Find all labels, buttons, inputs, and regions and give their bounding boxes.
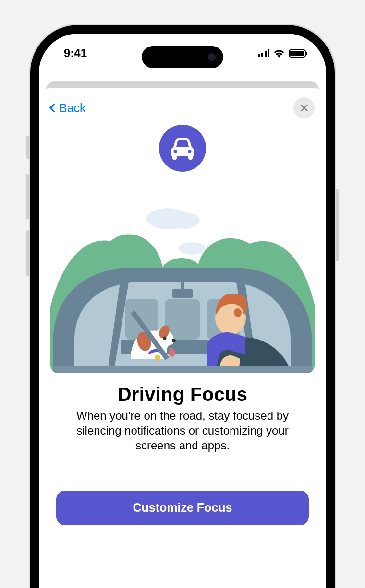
back-label: Back — [59, 101, 86, 115]
cellular-signal-icon — [258, 49, 270, 57]
svg-point-15 — [172, 339, 176, 342]
page-description: When you're on the road, stay focused by… — [59, 408, 306, 453]
focus-mode-icon-badge — [159, 125, 206, 172]
wifi-icon — [273, 49, 285, 58]
back-button[interactable]: Back — [50, 101, 86, 115]
svg-point-16 — [163, 337, 167, 340]
screen: 9:41 Ba — [39, 34, 326, 588]
driving-illustration — [50, 196, 315, 373]
chevron-left-icon — [49, 103, 59, 113]
svg-point-3 — [179, 242, 206, 255]
car-icon — [169, 137, 196, 160]
svg-rect-9 — [172, 289, 193, 298]
svg-point-12 — [234, 308, 242, 317]
close-icon: ✕ — [299, 102, 309, 114]
page-title: Driving Focus — [50, 384, 315, 405]
modal-sheet: Back ✕ — [39, 88, 326, 588]
primary-button-label: Customize Focus — [133, 501, 232, 515]
svg-rect-10 — [181, 282, 184, 289]
status-time: 9:41 — [64, 47, 87, 60]
dynamic-island — [142, 46, 223, 68]
svg-point-17 — [155, 355, 160, 361]
power-button — [334, 189, 339, 261]
phone-frame: 9:41 Ba — [30, 25, 335, 588]
svg-point-2 — [170, 212, 199, 229]
customize-focus-button[interactable]: Customize Focus — [56, 491, 309, 525]
battery-icon — [289, 49, 306, 58]
close-button[interactable]: ✕ — [293, 97, 315, 118]
